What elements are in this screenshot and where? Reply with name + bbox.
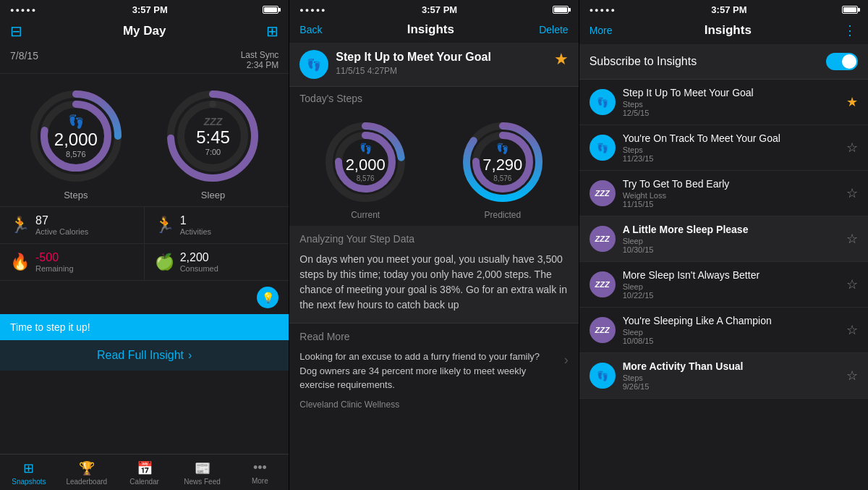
lightbulb-icon: 💡 <box>262 292 274 303</box>
list-avatar-icon-2: ZZZ <box>595 189 610 198</box>
list-meta-4: Sleep10/22/15 <box>623 282 839 300</box>
list-info-4: More Sleep Isn't Always Better Sleep10/2… <box>623 269 839 300</box>
back-button[interactable]: Back <box>299 24 322 35</box>
list-item[interactable]: ZZZ Try To Get To Bed Early Weight Loss1… <box>579 171 868 216</box>
list-item[interactable]: ZZZ More Sleep Isn't Always Better Sleep… <box>579 262 868 308</box>
list-item[interactable]: 👣 Step It Up To Meet Your Goal Steps12/5… <box>579 80 868 125</box>
read-full-insight-bar[interactable]: Read Full Insight › <box>0 340 289 371</box>
predicted-ring: 👣 7,290 8,576 <box>459 119 546 206</box>
lightbulb-button[interactable]: 💡 <box>257 287 278 308</box>
nav-snapshots[interactable]: ⊞ Snapshots <box>0 455 58 490</box>
list-item[interactable]: 👣 More Activity Than Usual Steps9/26/15 … <box>579 353 868 399</box>
list-meta-1: Steps11/23/15 <box>623 145 839 163</box>
list-star-0[interactable]: ★ <box>846 94 858 110</box>
insights-list: 👣 Step It Up To Meet Your Goal Steps12/5… <box>579 80 868 490</box>
battery-icon-1 <box>263 6 278 14</box>
nav-calendar[interactable]: 📅 Calendar <box>116 455 174 490</box>
remaining-icon: 🔥 <box>10 253 30 271</box>
alert-text: Time to step it up! <box>10 321 90 333</box>
list-meta-3: Sleep10/30/15 <box>623 237 839 254</box>
leaderboard-icon: 🏆 <box>79 460 95 476</box>
sleep-ring: ZZZ 5:45 7:00 <box>162 85 263 187</box>
nav-newsfeed[interactable]: 📰 News Feed <box>174 455 231 490</box>
insight-avatar-icon: 👣 <box>307 58 321 72</box>
more-dots-button[interactable]: ⋮ <box>843 22 858 38</box>
list-title-5: You're Sleeping Like A Champion <box>623 315 839 326</box>
sleep-icon: ZZZ <box>196 116 230 127</box>
insight-title-group: Step It Up to Meet Your Goal 11/5/15 4:2… <box>336 50 546 76</box>
subscribe-toggle[interactable] <box>826 53 858 70</box>
snapshots-icon: ⊞ <box>23 460 34 476</box>
list-avatar-icon-5: ZZZ <box>595 326 610 334</box>
sleep-ring-center: ZZZ 5:45 7:00 <box>196 116 230 156</box>
active-calories-icon: 🏃 <box>10 216 30 235</box>
rings-section: 👣 2,000 8,576 Steps ZZZ 5:45 7:00 <box>0 74 289 206</box>
list-avatar-icon-0: 👣 <box>597 97 608 108</box>
list-avatar-icon-1: 👣 <box>597 143 608 153</box>
list-avatar-icon-3: ZZZ <box>595 235 610 243</box>
stat-consumed: 🍏 2,200 Consumed <box>145 244 289 280</box>
sleep-ring-container: ZZZ 5:45 7:00 Sleep <box>162 85 263 200</box>
read-more-content[interactable]: Looking for an excuse to add a furry fri… <box>289 347 578 398</box>
nav-more[interactable]: ••• More <box>231 455 289 490</box>
list-item[interactable]: ZZZ A Little More Sleep Please Sleep10/3… <box>579 216 868 262</box>
list-item[interactable]: ZZZ You're Sleeping Like A Champion Slee… <box>579 308 868 353</box>
list-info-1: You're On Track To Meet Your Goal Steps1… <box>623 132 839 163</box>
more-label: More <box>252 477 268 485</box>
predicted-ring-wrap: 👣 7,290 8,576 Predicted <box>459 119 546 220</box>
more-back-button[interactable]: More <box>590 25 613 36</box>
steps-sub: 8,576 <box>54 150 98 159</box>
list-star-4[interactable]: ☆ <box>846 276 858 292</box>
active-calories-label: Active Calories <box>35 227 88 236</box>
list-star-3[interactable]: ☆ <box>846 231 858 247</box>
read-more-label: Read More <box>289 323 578 347</box>
predicted-ring-value: 7,290 <box>482 156 522 174</box>
consumed-label: Consumed <box>180 264 218 273</box>
battery-icon-3 <box>842 6 858 14</box>
delete-button[interactable]: Delete <box>539 24 568 35</box>
signal-dots-1: ●●●●● <box>10 7 37 14</box>
current-ring-wrap: 👣 2,000 8,576 Current <box>322 119 409 220</box>
steps-value: 2,000 <box>54 131 98 148</box>
activities-value: 1 <box>180 214 211 227</box>
home-icon[interactable]: ⊟ <box>10 22 22 40</box>
grid-icon[interactable]: ⊞ <box>266 22 278 40</box>
snapshots-label: Snapshots <box>12 478 46 486</box>
list-star-2[interactable]: ☆ <box>846 185 858 201</box>
list-title-6: More Activity Than Usual <box>623 360 839 372</box>
steps-ring-container: 👣 2,000 8,576 Steps <box>25 85 127 200</box>
list-star-1[interactable]: ☆ <box>846 140 858 156</box>
sync-time: 2:34 PM <box>241 60 279 70</box>
predicted-ring-icon: 👣 <box>482 143 522 154</box>
list-item[interactable]: 👣 You're On Track To Meet Your Goal Step… <box>579 125 868 171</box>
analysis-text: On days when you meet your goal, you usu… <box>289 249 578 323</box>
status-bar-3: ●●●●● 3:57 PM <box>579 0 868 18</box>
panel-insights-list: ●●●●● 3:57 PM More Insights ⋮ Subscribe … <box>579 0 868 490</box>
nav-bar-3: More Insights ⋮ <box>579 18 868 44</box>
list-star-5[interactable]: ☆ <box>846 322 858 338</box>
list-meta-0: Steps12/5/15 <box>623 100 839 117</box>
list-title-1: You're On Track To Meet Your Goal <box>623 132 839 144</box>
list-avatar-2: ZZZ <box>590 180 616 206</box>
stat-active-calories: 🏃 87 Active Calories <box>0 207 145 244</box>
calendar-label: Calendar <box>129 478 159 486</box>
list-star-6[interactable]: ☆ <box>846 368 858 384</box>
read-insight-arrow-icon: › <box>188 349 192 362</box>
remaining-value: -500 <box>35 251 74 264</box>
page-title-1: My Day <box>123 24 166 38</box>
nav-leaderboard[interactable]: 🏆 Leaderboard <box>58 455 116 490</box>
activities-label: Activities <box>180 227 211 236</box>
newsfeed-icon: 📰 <box>195 460 210 476</box>
insight-detail-title: Step It Up to Meet Your Goal <box>336 50 546 64</box>
current-ring: 👣 2,000 8,576 <box>322 119 409 206</box>
predicted-ring-sub: 8,576 <box>482 174 522 182</box>
steps-icon: 👣 <box>54 114 98 130</box>
read-full-insight-text: Read Full Insight <box>97 349 184 362</box>
remaining-info: -500 Remaining <box>35 251 74 273</box>
insight-star-button[interactable]: ★ <box>554 50 569 69</box>
list-avatar-1: 👣 <box>590 135 616 161</box>
activities-icon: 🏃 <box>155 216 174 235</box>
list-info-6: More Activity Than Usual Steps9/26/15 <box>623 360 839 391</box>
panel-my-day: ●●●●● 3:57 PM ⊟ My Day ⊞ 7/8/15 Last Syn… <box>0 0 289 490</box>
list-info-3: A Little More Sleep Please Sleep10/30/15 <box>623 224 839 254</box>
